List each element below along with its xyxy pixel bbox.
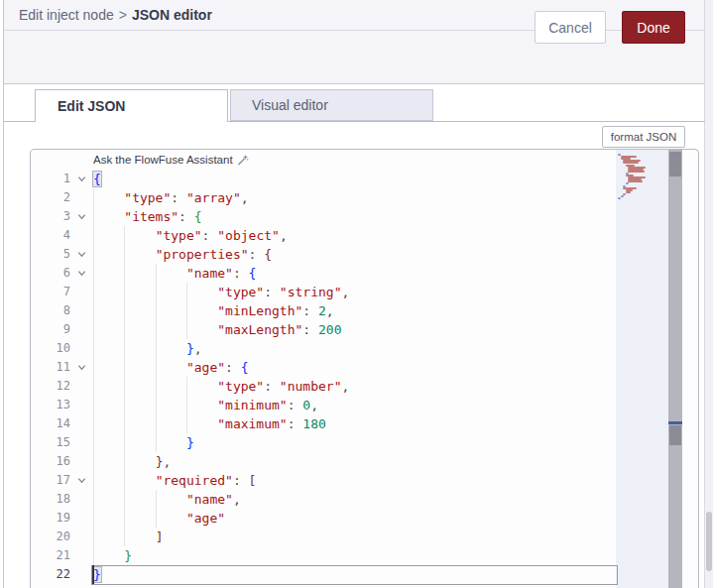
code-text[interactable]: "type": "array", bbox=[93, 188, 668, 207]
code-line[interactable]: 9 "maxLength": 200 bbox=[31, 320, 668, 339]
code-token: , bbox=[194, 341, 202, 356]
format-json-button[interactable]: format JSON bbox=[602, 126, 685, 148]
current-line-highlight bbox=[91, 565, 618, 585]
code-line[interactable]: 3 "items": { bbox=[31, 207, 668, 226]
fold-chevron-icon[interactable] bbox=[70, 170, 93, 188]
code-line[interactable]: 7 "type": "string", bbox=[31, 283, 668, 301]
page-scrollbar-thumb[interactable] bbox=[706, 512, 712, 571]
fold-spacer bbox=[70, 320, 93, 339]
code-text[interactable]: } bbox=[93, 546, 668, 565]
indent-guide bbox=[93, 226, 94, 245]
code-token: { bbox=[93, 172, 101, 186]
code-text[interactable]: "minimum": 0, bbox=[93, 396, 668, 414]
cancel-button[interactable]: Cancel bbox=[535, 11, 606, 44]
code-line[interactable]: 14 "maximum": 180 bbox=[31, 414, 668, 433]
page-scrollbar[interactable] bbox=[704, 0, 713, 588]
code-token: : bbox=[302, 303, 318, 318]
fold-spacer bbox=[70, 188, 93, 207]
line-number: 16 bbox=[31, 452, 70, 471]
code-text[interactable]: { bbox=[93, 170, 668, 188]
line-number: 21 bbox=[31, 546, 70, 565]
code-text[interactable]: "maxLength": 200 bbox=[93, 320, 668, 339]
indent-guide bbox=[124, 528, 125, 546]
line-number: 17 bbox=[31, 471, 70, 490]
code-token: : bbox=[202, 228, 218, 243]
code-text[interactable]: ] bbox=[93, 528, 668, 546]
code-token: : bbox=[233, 473, 249, 488]
indent-guide bbox=[124, 509, 125, 528]
line-number: 12 bbox=[31, 377, 70, 396]
code-token: } bbox=[186, 435, 194, 450]
indent-guide bbox=[93, 452, 94, 471]
code-token: , bbox=[310, 398, 318, 412]
code-text[interactable]: "items": { bbox=[93, 207, 668, 226]
code-text[interactable]: "type": "object", bbox=[93, 226, 668, 245]
code-line[interactable]: 12 "type": "number", bbox=[31, 377, 668, 396]
code-token: "type" bbox=[217, 285, 264, 299]
indent-guide bbox=[156, 509, 157, 528]
code-line[interactable]: 10 }, bbox=[31, 339, 668, 358]
code-line[interactable]: 18 "name", bbox=[31, 490, 668, 509]
code-text[interactable]: "required": [ bbox=[93, 471, 668, 490]
code-text[interactable]: "name", bbox=[93, 490, 668, 509]
fold-spacer bbox=[70, 509, 93, 528]
code-token: "age" bbox=[186, 360, 225, 375]
code-text[interactable]: "name": { bbox=[93, 264, 668, 283]
code-line[interactable]: 20 ] bbox=[31, 528, 668, 546]
indent-guide bbox=[124, 396, 125, 414]
editor-scrollbar-thumb-lower[interactable] bbox=[669, 425, 681, 445]
code-line[interactable]: 2 "type": "array", bbox=[31, 188, 668, 207]
code-text[interactable]: }, bbox=[93, 339, 668, 358]
indent-guide bbox=[93, 283, 94, 301]
indent-guide bbox=[124, 320, 125, 339]
tab-visual-editor[interactable]: Visual editor bbox=[230, 89, 433, 121]
code-line[interactable]: 4 "type": "object", bbox=[31, 226, 668, 245]
fold-chevron-icon[interactable] bbox=[70, 358, 93, 377]
code-text[interactable]: "minLength": 2, bbox=[93, 301, 668, 320]
indent-guide bbox=[93, 433, 94, 452]
minimap-line-mark bbox=[626, 182, 629, 184]
code-token: "object" bbox=[217, 228, 280, 243]
code-line[interactable]: 5 "properties": { bbox=[31, 245, 668, 264]
code-text[interactable]: "type": "string", bbox=[93, 283, 668, 301]
fold-chevron-icon[interactable] bbox=[70, 245, 93, 264]
code-line[interactable]: 6 "name": { bbox=[31, 264, 668, 283]
code-line[interactable]: 17 "required": [ bbox=[31, 471, 668, 490]
done-button[interactable]: Done bbox=[622, 11, 685, 44]
code-line[interactable]: 13 "minimum": 0, bbox=[31, 396, 668, 414]
fold-chevron-icon[interactable] bbox=[70, 264, 93, 283]
editor-scrollbar[interactable] bbox=[668, 150, 682, 588]
tab-edit-json[interactable]: Edit JSON bbox=[35, 89, 228, 122]
fold-chevron-icon[interactable] bbox=[70, 471, 93, 490]
code-text[interactable]: }, bbox=[93, 452, 668, 471]
code-line[interactable]: 1{ bbox=[31, 170, 668, 188]
line-number: 20 bbox=[31, 528, 70, 546]
code-text[interactable]: "maximum": 180 bbox=[93, 414, 668, 433]
code-text[interactable]: } bbox=[93, 433, 668, 452]
json-code-editor[interactable]: Ask the FlowFuse Assistant 1{2 "type": "… bbox=[30, 149, 699, 588]
code-token: , bbox=[233, 492, 241, 507]
fold-chevron-icon[interactable] bbox=[70, 207, 93, 226]
code-line[interactable]: 15 } bbox=[31, 433, 668, 452]
indent-guide bbox=[156, 377, 157, 396]
code-text[interactable]: "age": { bbox=[93, 358, 668, 377]
indent-guide bbox=[93, 188, 94, 207]
code-token: { bbox=[241, 360, 249, 375]
code-line[interactable]: 19 "age" bbox=[31, 509, 668, 528]
minimap[interactable] bbox=[616, 150, 668, 588]
code-line[interactable]: 8 "minLength": 2, bbox=[31, 301, 668, 320]
code-line[interactable]: 16 }, bbox=[31, 452, 668, 471]
code-token: 180 bbox=[302, 416, 325, 431]
assistant-hint[interactable]: Ask the FlowFuse Assistant bbox=[93, 152, 249, 168]
code-text[interactable]: "properties": { bbox=[93, 245, 668, 264]
code-line[interactable]: 21 } bbox=[31, 546, 668, 565]
breadcrumb-separator: > bbox=[119, 7, 127, 23]
code-text[interactable]: "type": "number", bbox=[93, 377, 668, 396]
editor-scrollbar-thumb[interactable] bbox=[669, 152, 681, 176]
code-text[interactable]: "age" bbox=[93, 509, 668, 528]
code-token: , bbox=[341, 285, 349, 299]
fold-spacer bbox=[70, 414, 93, 433]
indent-guide bbox=[156, 339, 157, 358]
indent-guide bbox=[186, 414, 187, 433]
code-line[interactable]: 11 "age": { bbox=[31, 358, 668, 377]
